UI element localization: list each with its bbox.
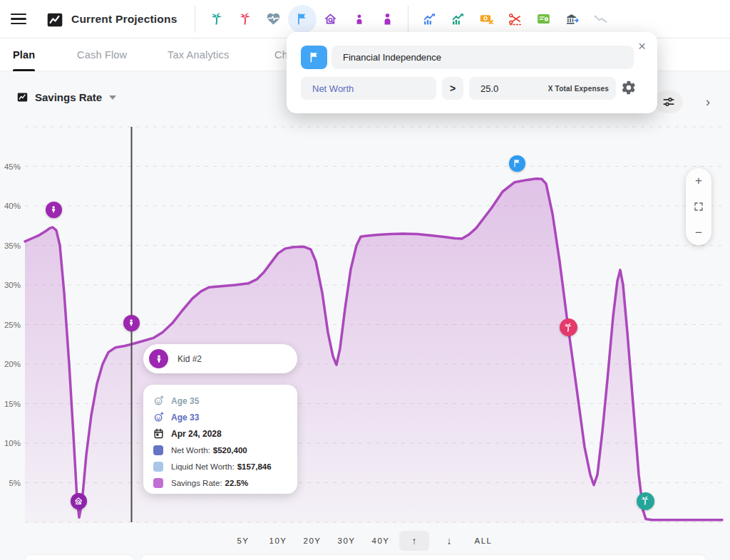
y-axis-label-40: 40% [4,202,21,210]
fullscreen-icon[interactable] [692,199,706,214]
cut-scissors-icon[interactable] [501,5,530,33]
toolbar-divider [195,6,195,33]
palm-icon [639,495,651,507]
expense-remove-icon[interactable] [473,5,501,33]
person-icon[interactable] [374,5,402,33]
event-tooltip-title: Kid #2 [178,354,202,364]
savings-rate-label: Savings Rate: [171,479,222,487]
goal-flag-button[interactable] [301,46,327,69]
health-heart-pulse-icon[interactable] [259,5,288,33]
tab-tax-analytics[interactable]: Tax Analytics [168,38,229,71]
goal-multiplier-unit: X Total Expenses [548,85,616,93]
liquid-net-worth-swatch [153,462,163,472]
tab-plan[interactable]: Plan [13,38,35,71]
zoom-out-button[interactable]: − [694,225,704,240]
liquid-net-worth-value: $157,846 [237,462,272,471]
goal-operator-button[interactable]: > [442,77,463,100]
savings-rate-line [25,179,722,520]
pan-down-button[interactable]: ↓ [438,531,461,551]
savings-rate-area [25,179,722,522]
house-search-icon [73,496,83,506]
palm-tree-teal-icon[interactable] [202,5,231,33]
goal-metric-select[interactable]: Net Worth [301,77,436,100]
chevron-down-icon [109,95,116,100]
retirement-event-spouse-marker[interactable] [560,318,577,336]
y-axis-label-15: 15% [4,400,21,408]
kid-event-1-marker[interactable] [46,202,62,218]
point-tooltip: Age 35 Age 33 Apr 24, 2028 Net Worth: $5… [143,385,297,494]
goal-multiplier-value: 25.0 [480,83,498,94]
goal-editor-popup: × Financial Independence Net Worth > 25.… [287,32,657,113]
kid-event-2-marker[interactable] [123,315,140,331]
chart-mini-icon [16,91,29,103]
range-10y-button[interactable]: 10Y [265,531,291,551]
goal-flag-icon[interactable] [288,5,317,33]
card-peek-left [25,555,133,560]
app-logo-chart-icon [46,11,64,28]
bank-transfer-icon[interactable] [558,5,587,33]
close-icon[interactable]: × [635,36,649,56]
certificate-award-icon[interactable] [530,5,558,33]
range-all-button[interactable]: ALL [471,531,496,551]
y-axis-label-45: 45% [4,162,21,171]
chart-title: Savings Rate [35,91,102,103]
pan-up-button[interactable]: ↑ [399,531,429,551]
retirement-event-marker[interactable] [637,492,654,510]
tooltip-date: Apr 24, 2028 [171,429,222,439]
goal-multiplier-input[interactable]: 25.0 X Total Expenses [469,77,616,100]
y-axis-label-20: 20% [4,360,21,368]
savings-rate-swatch [153,478,163,488]
palm-tree-pink-icon[interactable] [231,5,259,33]
range-20y-button[interactable]: 20Y [299,531,325,551]
zoom-in-button[interactable]: + [694,173,704,188]
person-small-icon[interactable] [345,5,374,33]
baby-icon [126,318,136,328]
growth-trend-chart-icon[interactable] [444,5,473,33]
chart-type-selector[interactable]: Savings Rate [16,91,116,103]
range-30y-button[interactable]: 30Y [334,531,359,551]
net-worth-label: Net Worth: [171,446,210,455]
flag-icon [512,158,522,168]
y-axis-label-5: 5% [9,479,21,487]
y-axis-label-35: 35% [4,242,21,250]
menu-icon[interactable] [4,5,33,33]
home-purchase-event-marker[interactable] [71,493,87,509]
financial-independence-goal-marker[interactable] [509,155,525,172]
home-search-icon[interactable] [317,5,345,33]
net-worth-swatch [153,445,163,455]
sliders-icon [662,95,676,109]
age-secondary: Age 33 [171,413,199,422]
range-40y-button[interactable]: 40Y [368,531,394,551]
y-axis-label-30: 30% [4,281,21,289]
baby-icon [48,204,58,214]
face-age-icon [153,395,165,407]
age-primary: Age 35 [171,396,199,406]
declining-chart-disabled-icon [587,5,615,33]
event-tooltip: Kid #2 [143,344,297,373]
face-age-icon [153,411,165,423]
calendar-icon [153,427,165,440]
chart-zoom-controls: + − [686,168,711,245]
gear-icon[interactable] [620,80,637,97]
y-axis-label-10: 10% [4,439,21,447]
y-axis-label-25: 25% [4,321,21,329]
flag-icon [307,51,321,64]
savings-rate-value: 22.5% [225,479,249,487]
time-range-bar: 5Y 10Y 20Y 30Y 40Y ↑ ↓ ALL [0,529,730,553]
tab-cash-flow[interactable]: Cash Flow [77,38,127,71]
income-trend-chart-icon[interactable] [416,5,444,33]
baby-icon [149,349,168,368]
card-peek-right [141,555,706,560]
net-worth-value: $520,400 [213,446,247,455]
page-title: Current Projections [71,13,178,26]
next-chart-chevron-icon[interactable]: › [699,92,717,112]
goal-name-input[interactable]: Financial Independence [331,46,634,69]
liquid-net-worth-label: Liquid Net Worth: [171,462,235,471]
chart-filters-button[interactable] [654,90,683,113]
palm-icon [562,322,574,333]
toolbar-divider-2 [408,6,408,33]
range-5y-button[interactable]: 5Y [232,531,255,551]
